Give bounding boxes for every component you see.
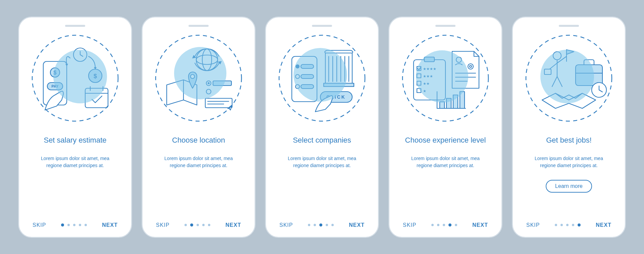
screen-description: Lorem ipsum dolor sit amet, mea regione … bbox=[148, 155, 249, 179]
dot bbox=[431, 224, 434, 226]
location-illustration bbox=[153, 33, 244, 123]
dot bbox=[560, 224, 563, 226]
svg-point-17 bbox=[174, 47, 226, 99]
dot bbox=[448, 223, 451, 226]
svg-point-51 bbox=[416, 50, 468, 103]
next-button[interactable]: NEXT bbox=[349, 222, 365, 228]
next-button[interactable]: NEXT bbox=[102, 222, 118, 228]
screen-title: Set salary estimate bbox=[37, 131, 113, 150]
dot bbox=[578, 223, 581, 226]
phone-speaker bbox=[435, 25, 455, 27]
page-indicator bbox=[431, 223, 457, 226]
dashed-circle-icon bbox=[153, 33, 244, 123]
screen-title: Choose experience level bbox=[398, 131, 493, 150]
dot bbox=[326, 224, 328, 226]
dot bbox=[85, 224, 87, 226]
next-button[interactable]: NEXT bbox=[225, 222, 241, 228]
onboarding-footer: SKIP NEXT bbox=[148, 222, 249, 231]
svg-point-75 bbox=[540, 50, 594, 103]
skip-button[interactable]: SKIP bbox=[403, 222, 416, 228]
dot bbox=[331, 224, 334, 226]
skip-button[interactable]: SKIP bbox=[279, 222, 293, 228]
dot bbox=[572, 224, 574, 226]
onboarding-footer: SKIP NEXT bbox=[24, 222, 126, 231]
experience-illustration: ★★★★ ★★★ ★★ ★ bbox=[400, 33, 491, 123]
dashed-circle-icon bbox=[524, 33, 614, 123]
dot bbox=[73, 224, 75, 226]
phone-speaker bbox=[189, 25, 209, 27]
dashed-circle-icon bbox=[30, 33, 120, 123]
dashed-circle-icon bbox=[400, 33, 491, 123]
skip-button[interactable]: SKIP bbox=[33, 222, 46, 228]
phone-mockup: Choose location Lorem ipsum dolor sit am… bbox=[142, 16, 256, 238]
screen-description: Lorem ipsum dolor sit amet, mea regione … bbox=[24, 155, 126, 179]
page-indicator bbox=[308, 223, 334, 226]
dot bbox=[443, 224, 445, 226]
dot bbox=[555, 224, 557, 226]
companies-illustration: CLICK bbox=[277, 33, 367, 123]
phone-speaker bbox=[559, 25, 579, 27]
dot bbox=[319, 223, 322, 226]
jobs-illustration bbox=[524, 33, 614, 123]
salary-illustration: $ PAY $ bbox=[30, 33, 120, 123]
phone-mockup: $ PAY $ bbox=[18, 16, 132, 238]
dot bbox=[308, 224, 310, 226]
dot bbox=[566, 224, 569, 226]
screen-title: Choose location bbox=[165, 131, 232, 150]
dot bbox=[67, 224, 70, 226]
next-button[interactable]: NEXT bbox=[596, 222, 611, 228]
page-indicator bbox=[61, 223, 87, 226]
dot bbox=[455, 224, 457, 226]
screen-description: Lorem ipsum dolor sit amet, mea regione … bbox=[271, 155, 373, 179]
dot bbox=[190, 223, 193, 226]
skip-button[interactable]: SKIP bbox=[526, 222, 540, 228]
page-indicator bbox=[184, 223, 210, 226]
onboarding-footer: SKIP NEXT bbox=[271, 222, 373, 231]
onboarding-footer: SKIP NEXT bbox=[395, 222, 496, 231]
skip-button[interactable]: SKIP bbox=[156, 222, 169, 228]
phone-speaker bbox=[65, 25, 85, 27]
dot bbox=[202, 224, 205, 226]
svg-point-1 bbox=[53, 50, 107, 103]
dot bbox=[79, 224, 81, 226]
screen-title: Get best jobs! bbox=[539, 131, 598, 150]
dot bbox=[208, 224, 210, 226]
dot bbox=[314, 224, 316, 226]
onboarding-footer: SKIP NEXT bbox=[518, 222, 620, 231]
learn-more-button[interactable]: Learn more bbox=[546, 180, 592, 193]
next-button[interactable]: NEXT bbox=[472, 222, 488, 228]
phone-speaker bbox=[312, 25, 332, 27]
dot bbox=[184, 224, 187, 226]
screen-description: Lorem ipsum dolor sit amet, mea regione … bbox=[395, 155, 496, 179]
onboarding-row: $ PAY $ bbox=[18, 16, 626, 238]
phone-mockup: Get best jobs! Lorem ipsum dolor sit ame… bbox=[512, 16, 626, 238]
dashed-circle-icon bbox=[277, 33, 367, 123]
dot bbox=[61, 223, 64, 226]
screen-title: Select companies bbox=[286, 131, 358, 150]
dot bbox=[437, 224, 439, 226]
dot bbox=[197, 224, 199, 226]
screen-description: Lorem ipsum dolor sit amet, mea regione … bbox=[518, 155, 620, 179]
svg-point-33 bbox=[293, 48, 347, 102]
phone-mockup: ★★★★ ★★★ ★★ ★ Choose experience level Lo… bbox=[388, 16, 502, 238]
page-indicator bbox=[555, 223, 581, 226]
phone-mockup: CLICK Select companies Lorem ipsum dolor… bbox=[265, 16, 379, 238]
